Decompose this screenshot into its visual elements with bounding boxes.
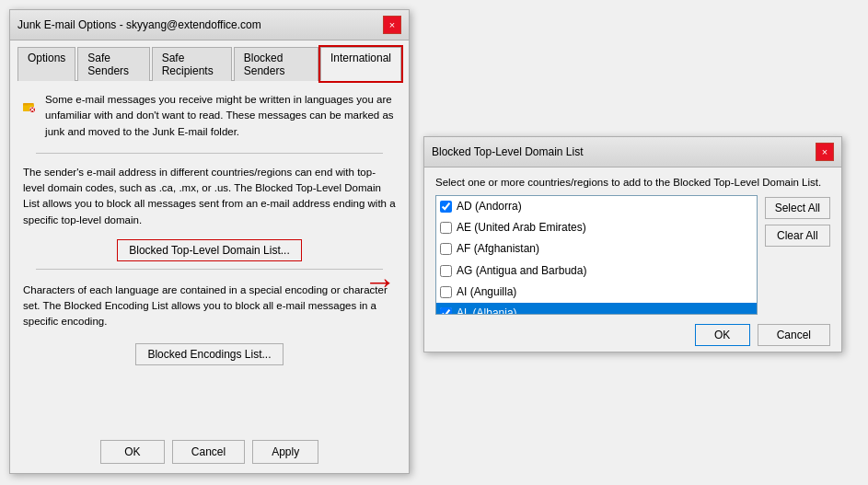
second-dialog-content: Select one or more countries/regions to … (424, 167, 841, 355)
dialog-arrow: → (364, 262, 397, 301)
country-name: AL (Albania) (457, 305, 517, 315)
info-text: Some e-mail messages you receive might b… (45, 92, 396, 140)
dialog-content: Some e-mail messages you receive might b… (10, 81, 409, 384)
country-checkbox[interactable] (440, 307, 452, 315)
encoding-section-text: Characters of each language are containe… (23, 283, 396, 330)
country-name: AF (Afghanistan) (457, 240, 539, 258)
second-bottom-buttons: OK Cancel (435, 324, 830, 346)
second-instruction: Select one or more countries/regions to … (435, 177, 830, 188)
main-dialog: Junk E-mail Options - skyyang@extendoffi… (9, 9, 410, 474)
second-ok-button[interactable]: OK (695, 324, 750, 346)
tab-options[interactable]: Options (17, 47, 75, 81)
bottom-buttons: OK Cancel Apply (10, 440, 409, 464)
second-close-button[interactable]: × (816, 143, 834, 161)
country-checkbox[interactable] (440, 286, 452, 298)
separator-2 (36, 269, 383, 270)
main-close-button[interactable]: × (383, 16, 401, 34)
list-buttons: Select All Clear All (765, 195, 830, 315)
apply-button[interactable]: Apply (252, 440, 318, 464)
second-dialog-title: Blocked Top-Level Domain List (432, 145, 584, 158)
country-checkbox[interactable] (440, 243, 452, 255)
folder-icon (23, 92, 36, 121)
separator-1 (36, 153, 383, 154)
main-title-bar: Junk E-mail Options - skyyang@extendoffi… (10, 10, 409, 40)
country-checkbox[interactable] (440, 201, 452, 213)
country-list[interactable]: AD (Andorra)AE (United Arab Emirates)AF … (435, 195, 758, 315)
country-name: AE (United Arab Emirates) (457, 219, 586, 237)
domain-list-button[interactable]: Blocked Top-Level Domain List... (117, 239, 302, 261)
country-name: AD (Andorra) (457, 198, 522, 215)
country-name: AG (Antigua and Barbuda) (457, 262, 586, 280)
second-title-bar: Blocked Top-Level Domain List × (424, 137, 841, 167)
country-list-item[interactable]: AI (Anguilla) (436, 282, 757, 303)
info-section: Some e-mail messages you receive might b… (23, 92, 396, 140)
svg-rect-2 (23, 104, 28, 106)
country-list-item[interactable]: AL (Albania) (436, 303, 757, 315)
country-list-item[interactable]: AG (Antigua and Barbuda) (436, 260, 757, 282)
tabs-bar: Options Safe Senders Safe Recipients Blo… (10, 40, 409, 80)
list-area: AD (Andorra)AE (United Arab Emirates)AF … (435, 195, 830, 315)
tab-international[interactable]: International (320, 47, 401, 81)
country-list-item[interactable]: AE (United Arab Emirates) (436, 217, 757, 238)
country-list-item[interactable]: AD (Andorra) (436, 196, 757, 217)
domain-section-text: The sender's e-mail address in different… (23, 165, 396, 228)
select-all-button[interactable]: Select All (765, 197, 830, 219)
second-cancel-button[interactable]: Cancel (758, 324, 830, 346)
country-list-item[interactable]: AF (Afghanistan) (436, 238, 757, 260)
encoding-list-button[interactable]: Blocked Encodings List... (135, 343, 283, 365)
tab-safe-recipients[interactable]: Safe Recipients (152, 47, 232, 81)
ok-button[interactable]: OK (100, 440, 165, 464)
main-dialog-title: Junk E-mail Options - skyyang@extendoffi… (17, 18, 261, 31)
clear-all-button[interactable]: Clear All (765, 225, 830, 247)
tab-safe-senders[interactable]: Safe Senders (77, 47, 149, 81)
country-checkbox[interactable] (440, 265, 452, 277)
cancel-button[interactable]: Cancel (172, 440, 245, 464)
tab-blocked-senders[interactable]: Blocked Senders (234, 47, 318, 81)
blocked-domain-dialog: Blocked Top-Level Domain List × Select o… (423, 136, 842, 352)
country-name: AI (Anguilla) (457, 283, 516, 301)
country-checkbox[interactable] (440, 222, 452, 234)
